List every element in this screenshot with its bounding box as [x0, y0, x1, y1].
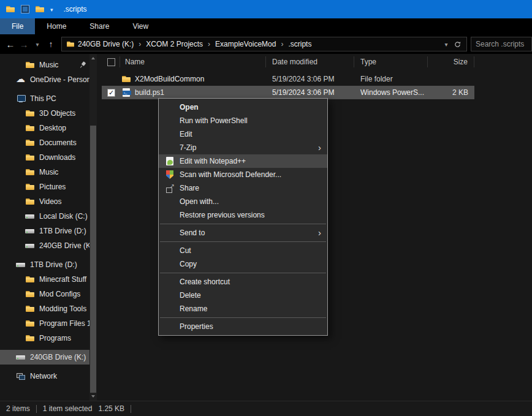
ps1-icon — [121, 88, 131, 97]
context-menu-item[interactable]: Cut — [159, 244, 327, 257]
context-menu-item[interactable]: Run with PowerShell — [159, 114, 327, 127]
folder-icon — [25, 60, 35, 70]
address-box[interactable]: 240GB Drive (K:) XCOM 2 Projects Example… — [61, 37, 467, 51]
file-row[interactable]: X2ModBuildCommon 5/19/2024 3:06 PM File … — [102, 72, 474, 86]
context-menu-item[interactable]: 7-Zip — [159, 141, 327, 154]
qat-dropdown-icon[interactable] — [50, 5, 53, 13]
context-menu-item-label: Open with... — [180, 197, 315, 206]
refresh-icon[interactable] — [452, 41, 463, 48]
context-menu-separator — [160, 241, 326, 242]
context-menu-item[interactable]: Send to — [159, 226, 327, 240]
file-name: build.ps1 — [135, 88, 164, 97]
sidebar-item[interactable]: OneDrive - Person — [0, 72, 89, 87]
context-menu-item[interactable]: Create shortcut — [159, 275, 327, 289]
context-menu-item[interactable]: Rename — [159, 302, 327, 316]
sidebar-item-label: Program Files 1TB — [39, 319, 89, 328]
breadcrumb-segment[interactable]: ExampleVoiceMod — [215, 40, 288, 48]
address-dropdown-icon[interactable] — [441, 40, 452, 48]
sidebar-item[interactable]: Videos — [0, 194, 89, 209]
context-menu-item[interactable]: Restore previous versions — [159, 208, 327, 222]
search-input[interactable] — [471, 40, 531, 48]
breadcrumb-segment[interactable]: XCOM 2 Projects — [146, 40, 215, 48]
select-all-cell — [102, 56, 120, 67]
sidebar-item[interactable]: 3D Objects — [0, 106, 89, 121]
file-name: X2ModBuildCommon — [135, 75, 204, 83]
sidebar-item[interactable]: 240GB Drive (K:) — [0, 350, 89, 365]
folder-icon — [25, 108, 35, 118]
back-button[interactable] — [4, 37, 17, 51]
column-header-size[interactable]: Size — [428, 56, 474, 67]
item-checkbox[interactable] — [107, 89, 115, 97]
context-menu-item[interactable]: Edit — [159, 127, 327, 141]
sidebar-item[interactable]: Program Files 1TB — [0, 316, 89, 331]
sidebar-item[interactable]: Desktop — [0, 121, 89, 135]
sidebar-item[interactable]: Downloads — [0, 150, 89, 165]
tab-home[interactable]: Home — [35, 18, 78, 34]
sidebar-item-label: OneDrive - Person — [30, 75, 89, 84]
tab-file[interactable]: File — [0, 18, 35, 34]
file-rows: X2ModBuildCommon 5/19/2024 3:06 PM File … — [102, 72, 532, 99]
sidebar-item[interactable]: Documents — [0, 135, 89, 150]
context-menu-item[interactable]: Edit with Notepad++ — [159, 154, 327, 168]
context-menu-item[interactable]: Delete — [159, 289, 327, 302]
folder-icon — [25, 333, 35, 343]
pin-icon — [80, 61, 87, 69]
sidebar-item-label: Pictures — [39, 183, 89, 191]
column-header-date-modified[interactable]: Date modified — [266, 56, 354, 67]
breadcrumb-segment[interactable]: 240GB Drive (K:) — [78, 40, 146, 48]
sidebar-item[interactable]: Programs — [0, 331, 89, 346]
sidebar-item[interactable]: Pictures — [0, 180, 89, 194]
tab-share[interactable]: Share — [78, 18, 121, 34]
context-menu-item[interactable]: Copy — [159, 257, 327, 271]
sidebar-item-label: Music — [39, 168, 89, 176]
sidebar-item[interactable]: 240GB Drive (K:) — [0, 238, 89, 253]
context-menu-item[interactable]: Properties — [159, 320, 327, 333]
file-row[interactable]: build.ps1 5/19/2024 3:06 PM Windows Powe… — [102, 86, 474, 99]
context-menu-item[interactable]: Share — [159, 181, 327, 195]
column-header-type[interactable]: Type — [354, 56, 428, 67]
sidebar-item[interactable]: Music — [0, 58, 89, 72]
network-icon — [16, 371, 26, 381]
sidebar-item[interactable]: Local Disk (C:) — [0, 209, 89, 224]
titlebar: .scripts — [0, 0, 532, 18]
file-type: File folder — [354, 75, 428, 83]
tab-view[interactable]: View — [121, 18, 160, 34]
sidebar-item[interactable]: This PC — [0, 91, 89, 106]
breadcrumb-segment[interactable]: .scripts — [288, 40, 311, 48]
context-menu-item-label: Scan with Microsoft Defender... — [180, 170, 315, 179]
sidebar-item[interactable]: Network — [0, 369, 89, 384]
window-folder-icon — [6, 4, 15, 14]
new-folder-icon[interactable] — [35, 4, 45, 14]
context-menu-item[interactable]: Open with... — [159, 195, 327, 208]
sidebar-item[interactable]: 1TB Drive (D:) — [0, 224, 89, 238]
folder-icon — [25, 138, 35, 148]
forward-button[interactable] — [17, 37, 31, 51]
scrollbar-thumb[interactable] — [90, 126, 96, 393]
column-header-name[interactable]: Name — [120, 56, 266, 67]
drive-icon — [25, 211, 35, 221]
context-menu-separator — [160, 224, 326, 224]
sidebar-item-label: Desktop — [39, 124, 89, 132]
addressbar: 240GB Drive (K:) XCOM 2 Projects Example… — [0, 34, 532, 54]
select-all-checkbox[interactable] — [107, 58, 115, 66]
sidebar-item[interactable]: Music — [0, 165, 89, 180]
sidebar-item-label: 1TB Drive (D:) — [39, 227, 89, 235]
folder-icon — [25, 153, 35, 162]
sidebar-item[interactable]: Modding Tools — [0, 301, 89, 316]
history-dropdown-icon[interactable] — [31, 37, 44, 51]
sidebar-item[interactable]: 1TB Drive (D:) — [0, 257, 89, 272]
sidebar-scrollbar[interactable] — [89, 54, 97, 401]
defender-icon — [165, 170, 175, 180]
context-menu-item[interactable]: Scan with Microsoft Defender... — [159, 168, 327, 181]
context-menu-item-label: Properties — [180, 322, 315, 331]
sidebar-item-label: Network — [30, 372, 89, 380]
properties-icon[interactable] — [21, 5, 29, 13]
sidebar-item[interactable]: Minecraft Stuff — [0, 272, 89, 287]
items-count: 2 items — [6, 404, 30, 413]
up-button[interactable] — [44, 37, 58, 51]
sidebar-item-label: 240GB Drive (K:) — [39, 241, 89, 250]
drive-icon — [16, 260, 26, 270]
context-menu-item-label: Rename — [180, 304, 315, 313]
context-menu-item[interactable]: Open — [159, 100, 327, 114]
sidebar-item[interactable]: Mod Configs — [0, 287, 89, 301]
